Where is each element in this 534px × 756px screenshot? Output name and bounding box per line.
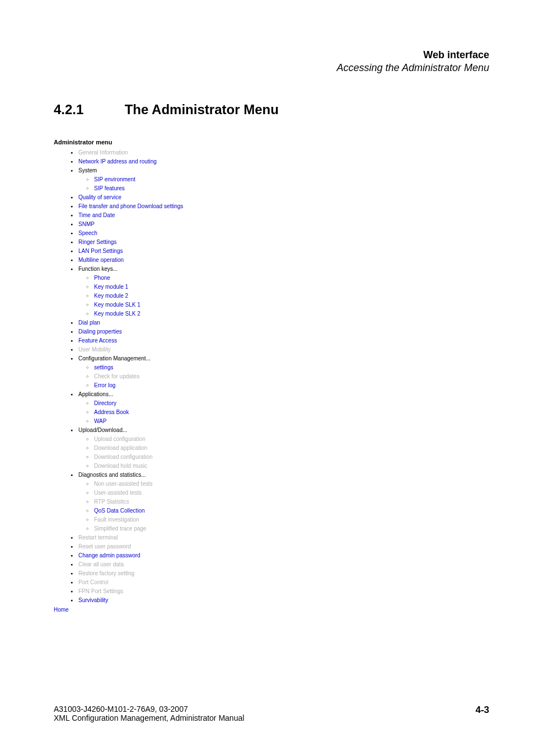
submenu-item: Download application xyxy=(86,444,183,452)
submenu-item-label[interactable]: settings xyxy=(94,364,113,370)
menu-item-label[interactable]: LAN Port Settings xyxy=(78,248,123,254)
menu-item: Applications...DirectoryAddress BookWAP xyxy=(71,391,183,425)
submenu-item: Non user-assisted tests xyxy=(86,480,183,488)
submenu-list: SIP environmentSIP features xyxy=(78,176,183,192)
menu-item-label: Upload/Download... xyxy=(78,427,127,433)
submenu-item[interactable]: Key module 2 xyxy=(86,292,183,300)
submenu-item[interactable]: Address Book xyxy=(86,408,183,416)
submenu-item[interactable]: Key module SLK 2 xyxy=(86,310,183,318)
submenu-item-label: Non user-assisted tests xyxy=(94,481,153,487)
menu-item-label[interactable]: Speech xyxy=(78,230,97,236)
menu-item[interactable]: Survivability xyxy=(71,597,183,604)
menu-list: General InformationNetwork IP address an… xyxy=(54,149,183,604)
menu-item: General Information xyxy=(71,149,183,157)
menu-item[interactable]: File transfer and phone Download setting… xyxy=(71,203,183,210)
submenu-item[interactable]: Key module 1 xyxy=(86,283,183,291)
menu-item-label[interactable]: Multiline operation xyxy=(78,257,124,263)
section-heading: 4.2.1 The Administrator Menu xyxy=(54,102,279,118)
submenu-item-label: Simplified trace page xyxy=(94,525,146,532)
menu-item-label[interactable]: Dial plan xyxy=(78,320,100,326)
submenu-item[interactable]: Error log xyxy=(86,382,183,389)
menu-item[interactable]: Network IP address and routing xyxy=(71,158,183,166)
menu-item[interactable]: Time and Date xyxy=(71,212,183,219)
menu-item: Port Control xyxy=(71,579,183,586)
submenu-item: Upload configuration xyxy=(86,435,183,443)
submenu-item[interactable]: settings xyxy=(86,364,183,372)
footer-left: A31003-J4260-M101-2-76A9, 03-2007 XML Co… xyxy=(54,705,244,722)
menu-item[interactable]: LAN Port Settings xyxy=(71,247,183,255)
header-title-bold: Web interface xyxy=(337,49,489,61)
menu-item[interactable]: SNMP xyxy=(71,220,183,228)
menu-item-label: System xyxy=(78,167,97,173)
submenu-item: Simplified trace page xyxy=(86,525,183,533)
menu-item-label[interactable]: SNMP xyxy=(78,221,95,227)
submenu-item-label: User-assisted tests xyxy=(94,490,142,496)
footer-page-number: 4-3 xyxy=(475,705,489,716)
menu-item[interactable]: Quality of service xyxy=(71,194,183,201)
menu-item-label[interactable]: Change admin password xyxy=(78,552,140,558)
menu-item: FPN Port Settings xyxy=(71,588,183,595)
submenu-list: Upload configurationDownload application… xyxy=(78,435,183,470)
menu-item-label[interactable]: Dialing properties xyxy=(78,328,122,335)
submenu-item-label[interactable]: Directory xyxy=(94,400,116,406)
submenu-list: DirectoryAddress BookWAP xyxy=(78,400,183,425)
submenu-item-label: Download configuration xyxy=(94,454,153,460)
menu-item-label[interactable]: Time and Date xyxy=(78,212,115,218)
submenu-item-label[interactable]: Key module 2 xyxy=(94,293,128,299)
submenu-item-label[interactable]: Key module SLK 1 xyxy=(94,302,140,308)
footer-line2: XML Configuration Management, Administra… xyxy=(54,713,244,722)
menu-item-label[interactable]: Survivability xyxy=(78,597,108,603)
menu-item: Function keys...PhoneKey module 1Key mod… xyxy=(71,265,183,318)
menu-item[interactable]: Speech xyxy=(71,229,183,237)
submenu-item[interactable]: WAP xyxy=(86,417,183,425)
home-link[interactable]: Home xyxy=(54,607,183,613)
menu-item[interactable]: Multiline operation xyxy=(71,256,183,264)
submenu-item-label: Check for updates xyxy=(94,373,139,379)
submenu-item-label: Download hold music xyxy=(94,463,147,469)
submenu-item-label[interactable]: QoS Data Collection xyxy=(94,508,145,514)
submenu-item-label[interactable]: SIP features xyxy=(94,185,125,191)
menu-item: Reset user password xyxy=(71,543,183,551)
menu-item-label: Restore factory setting xyxy=(78,570,134,576)
menu-item: Configuration Management...settingsCheck… xyxy=(71,355,183,389)
menu-item: SystemSIP environmentSIP features xyxy=(71,167,183,192)
menu-item-label[interactable]: Network IP address and routing xyxy=(78,158,157,165)
menu-item[interactable]: Dial plan xyxy=(71,319,183,327)
submenu-item[interactable]: Phone xyxy=(86,274,183,282)
menu-item-label[interactable]: File transfer and phone Download setting… xyxy=(78,203,183,209)
submenu-item-label[interactable]: Key module 1 xyxy=(94,284,128,290)
menu-item-label[interactable]: Quality of service xyxy=(78,194,121,200)
submenu-item-label[interactable]: Phone xyxy=(94,275,110,281)
submenu-item-label[interactable]: WAP xyxy=(94,418,106,424)
submenu-item-label[interactable]: Error log xyxy=(94,382,115,388)
submenu-item-label[interactable]: Key module SLK 2 xyxy=(94,311,140,317)
submenu-item[interactable]: Directory xyxy=(86,400,183,407)
menu-item[interactable]: Feature Access xyxy=(71,337,183,345)
submenu-item: Check for updates xyxy=(86,373,183,381)
menu-item-label[interactable]: Ringer Settings xyxy=(78,239,116,245)
menu-item-label: Applications... xyxy=(78,391,113,397)
submenu-item-label: Fault investigation xyxy=(94,516,139,523)
submenu-item-label: Download application xyxy=(94,445,147,451)
menu-item[interactable]: Dialing properties xyxy=(71,328,183,336)
section-number: 4.2.1 xyxy=(54,102,121,118)
menu-item[interactable]: Change admin password xyxy=(71,552,183,560)
submenu-list: PhoneKey module 1Key module 2Key module … xyxy=(78,274,183,318)
submenu-item: Download configuration xyxy=(86,453,183,461)
submenu-item-label: Upload configuration xyxy=(94,436,146,442)
menu-title: Administrator menu xyxy=(54,139,183,145)
submenu-item[interactable]: QoS Data Collection xyxy=(86,507,183,515)
menu-item-label: General Information xyxy=(78,149,128,156)
menu-item-label: Configuration Management... xyxy=(78,355,151,361)
menu-item: User Mobility xyxy=(71,346,183,354)
section-title: The Administrator Menu xyxy=(125,102,279,117)
page-header: Web interface Accessing the Administrato… xyxy=(337,49,489,74)
submenu-item-label[interactable]: SIP environment xyxy=(94,176,135,182)
submenu-item-label[interactable]: Address Book xyxy=(94,409,129,415)
submenu-item[interactable]: SIP environment xyxy=(86,176,183,184)
menu-item-label[interactable]: Feature Access xyxy=(78,337,117,344)
menu-item: Restart terminal xyxy=(71,534,183,542)
menu-item[interactable]: Ringer Settings xyxy=(71,238,183,246)
submenu-item[interactable]: Key module SLK 1 xyxy=(86,301,183,309)
submenu-item[interactable]: SIP features xyxy=(86,185,183,192)
